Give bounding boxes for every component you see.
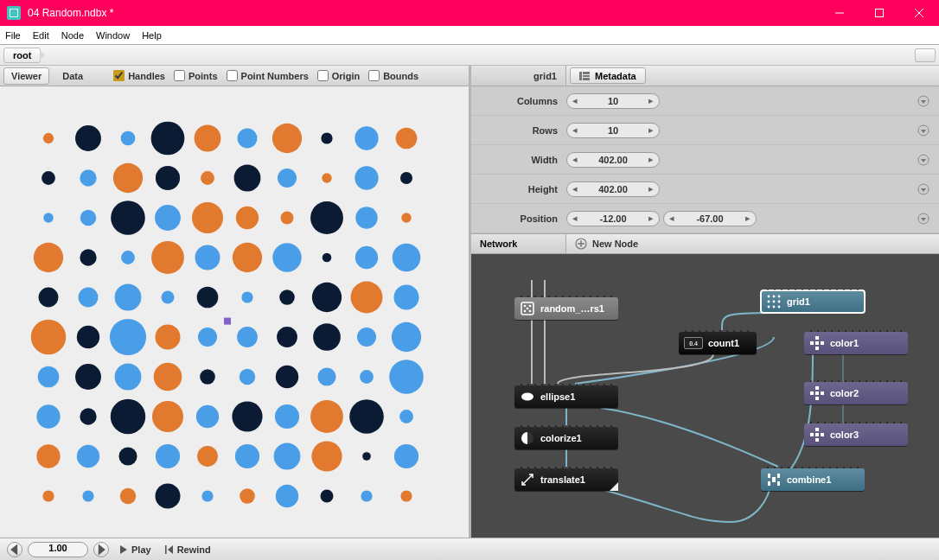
metadata-button[interactable]: Metadata bbox=[570, 67, 646, 84]
svg-rect-47 bbox=[815, 391, 819, 395]
menu-window[interactable]: Window bbox=[96, 30, 130, 41]
breadcrumb-root[interactable]: root bbox=[3, 48, 41, 63]
increment-icon[interactable]: ▸ bbox=[740, 211, 756, 226]
increment-icon[interactable]: ▸ bbox=[643, 211, 659, 226]
increment-icon[interactable]: ▸ bbox=[643, 152, 659, 168]
selection-handle[interactable] bbox=[224, 318, 231, 325]
minimize-button[interactable] bbox=[820, 0, 859, 26]
spinner-value[interactable]: 10 bbox=[583, 125, 643, 136]
spinner[interactable]: ◂10▸ bbox=[566, 93, 660, 109]
svg-point-24 bbox=[527, 308, 529, 310]
network-canvas[interactable]: random_…rs1 grid1 0.4 count1 ellipse1 co… bbox=[471, 254, 939, 538]
spinner-value[interactable]: 10 bbox=[583, 96, 643, 106]
tab-viewer[interactable]: Viewer bbox=[3, 67, 49, 85]
viewer-dot bbox=[195, 245, 220, 270]
decrement-icon[interactable]: ◂ bbox=[567, 211, 583, 226]
svg-rect-40 bbox=[821, 341, 824, 345]
decrement-icon[interactable]: ◂ bbox=[567, 152, 583, 168]
spinner[interactable]: ◂10▸ bbox=[566, 123, 660, 138]
viewer-dot bbox=[155, 324, 180, 349]
viewer-dot bbox=[42, 171, 55, 185]
increment-icon[interactable]: ▸ bbox=[643, 123, 659, 138]
prop-menu-button[interactable] bbox=[917, 212, 930, 226]
node-count[interactable]: 0.4 count1 bbox=[679, 332, 757, 354]
node-colorize[interactable]: colorize1 bbox=[514, 427, 618, 449]
menu-edit[interactable]: Edit bbox=[33, 30, 49, 41]
decrement-icon[interactable]: ◂ bbox=[567, 181, 583, 197]
viewer-dot bbox=[232, 401, 262, 431]
decrement-icon[interactable]: ◂ bbox=[567, 93, 583, 109]
spinner[interactable]: ◂402.00▸ bbox=[566, 152, 660, 168]
increment-icon[interactable]: ▸ bbox=[643, 93, 659, 109]
svg-rect-52 bbox=[815, 433, 819, 436]
spinner[interactable]: ◂402.00▸ bbox=[566, 181, 660, 197]
spinner[interactable]: ◂-12.00▸ bbox=[566, 211, 660, 226]
decrement-icon[interactable]: ◂ bbox=[567, 123, 583, 138]
viewer-dot bbox=[80, 249, 96, 265]
viewer-dot bbox=[79, 288, 99, 308]
prop-label: Height bbox=[471, 184, 566, 194]
prop-menu-button[interactable] bbox=[917, 153, 930, 167]
opt-handles[interactable]: Handles bbox=[113, 70, 165, 81]
spinner-value[interactable]: -67.00 bbox=[680, 213, 740, 224]
spinner-value[interactable]: -12.00 bbox=[583, 213, 643, 224]
spinner-value[interactable]: 402.00 bbox=[583, 184, 643, 194]
new-node-button[interactable]: New Node bbox=[566, 238, 638, 250]
viewer-dot bbox=[234, 165, 261, 192]
menu-file[interactable]: File bbox=[5, 30, 21, 41]
prop-label: Width bbox=[471, 155, 566, 165]
node-color3[interactable]: color3 bbox=[804, 423, 908, 446]
node-combine[interactable]: combine1 bbox=[761, 468, 865, 491]
prop-row-height: Height◂402.00▸ bbox=[471, 175, 939, 204]
opt-point-numbers[interactable]: Point Numbers bbox=[227, 70, 309, 81]
node-color1[interactable]: color1 bbox=[804, 332, 908, 354]
viewer-dot bbox=[362, 452, 371, 461]
viewer-dot bbox=[197, 446, 218, 467]
node-grid[interactable]: grid1 bbox=[761, 290, 865, 313]
viewer-dot bbox=[310, 201, 343, 234]
close-button[interactable] bbox=[899, 0, 939, 26]
prop-menu-button[interactable] bbox=[917, 124, 930, 137]
prop-menu-button[interactable] bbox=[917, 182, 930, 196]
node-ellipse[interactable]: ellipse1 bbox=[514, 385, 618, 408]
node-translate[interactable]: translate1 bbox=[514, 468, 618, 491]
opt-origin[interactable]: Origin bbox=[317, 70, 360, 81]
viewer-dot bbox=[36, 404, 60, 428]
frame-decrement-button[interactable] bbox=[7, 542, 22, 557]
opt-bounds[interactable]: Bounds bbox=[368, 70, 418, 81]
viewer-dot bbox=[43, 213, 53, 222]
prop-menu-button[interactable] bbox=[917, 94, 930, 108]
menu-help[interactable]: Help bbox=[142, 30, 162, 41]
viewer-dot bbox=[151, 122, 185, 156]
opt-points[interactable]: Points bbox=[174, 70, 218, 81]
viewer-dot bbox=[38, 366, 60, 388]
spinner-value[interactable]: 402.00 bbox=[583, 155, 643, 165]
viewer-dot bbox=[233, 243, 262, 272]
svg-rect-56 bbox=[777, 481, 780, 486]
increment-icon[interactable]: ▸ bbox=[643, 181, 659, 197]
tab-data[interactable]: Data bbox=[54, 67, 91, 85]
viewer-dot bbox=[240, 488, 255, 504]
svg-marker-62 bbox=[168, 545, 173, 554]
node-random-numbers[interactable]: random_…rs1 bbox=[514, 297, 618, 320]
viewer-dot bbox=[322, 173, 331, 182]
viewer-dot bbox=[113, 163, 143, 193]
menu-node[interactable]: Node bbox=[61, 30, 84, 41]
viewer-dot bbox=[43, 133, 54, 143]
breadcrumb-overflow[interactable] bbox=[915, 48, 936, 62]
node-color2[interactable]: color2 bbox=[804, 382, 908, 404]
frame-increment-button[interactable] bbox=[93, 542, 109, 557]
count-icon: 0.4 bbox=[684, 337, 703, 349]
app-icon bbox=[7, 6, 21, 20]
color-icon bbox=[809, 427, 825, 442]
play-button[interactable]: Play bbox=[119, 544, 151, 555]
spinner[interactable]: ◂-67.00▸ bbox=[663, 211, 757, 226]
decrement-icon[interactable]: ◂ bbox=[664, 211, 680, 226]
viewer-dot bbox=[151, 241, 184, 274]
rewind-button[interactable]: Rewind bbox=[165, 544, 211, 555]
viewer-canvas[interactable] bbox=[0, 86, 469, 538]
viewer-dot bbox=[42, 490, 54, 501]
svg-point-33 bbox=[768, 306, 770, 309]
maximize-button[interactable] bbox=[859, 0, 899, 26]
frame-field[interactable]: 1.00 bbox=[28, 542, 88, 557]
